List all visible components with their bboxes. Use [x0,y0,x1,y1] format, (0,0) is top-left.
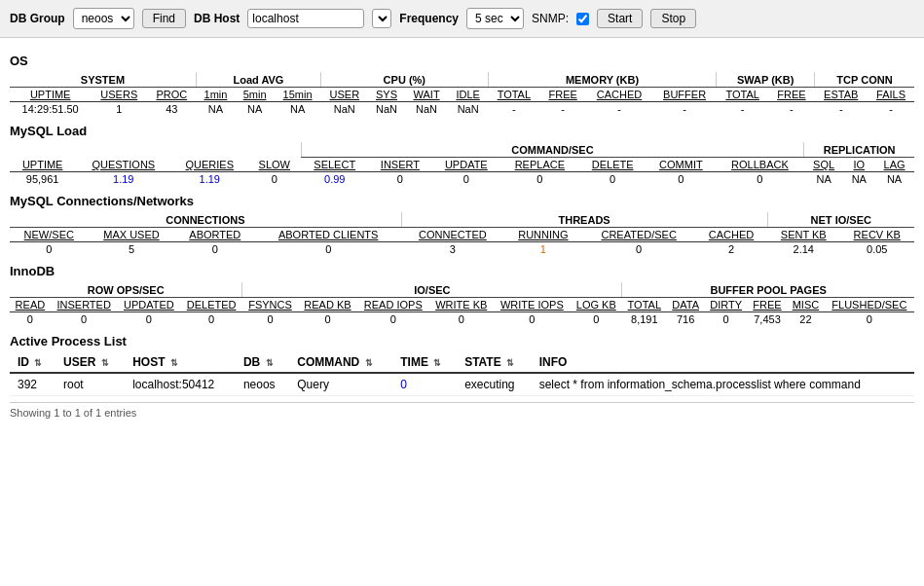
pl-val-db: neoos [236,373,289,396]
os-col-5min: 5min [236,88,275,102]
pl-col-db[interactable]: DB ⇅ [236,352,289,373]
os-group-row: SYSTEM Load AVG CPU (%) MEMORY (KB) SWAP… [10,72,914,88]
main-content: OS SYSTEM Load AVG CPU (%) MEMORY (KB) S… [0,38,924,426]
idb-val-data: 716 [667,312,705,327]
os-val-users: 1 [91,102,147,117]
db-host-select-arrow[interactable] [372,9,391,28]
idb-val-dirty: 0 [705,312,748,327]
showing-text: Showing 1 to 1 of 1 entries [10,402,914,419]
start-button[interactable]: Start [597,9,643,28]
os-val-fails: - [868,102,914,117]
idb-val-read: 0 [10,312,51,327]
ml-col-questions: QUESTIONS [75,158,171,172]
ml-col-sql: SQL [804,158,844,172]
os-col-mem-total: TOTAL [488,88,540,102]
stop-button[interactable]: Stop [650,9,696,28]
idb-val-inserted: 0 [51,312,118,327]
host-sort-arrows: ⇅ [170,358,178,368]
mc-val-aborted-clients: 0 [255,242,401,257]
os-val-uptime: 14:29:51.50 [10,102,91,117]
mysql-conn-threads-group: THREADS [401,212,767,228]
os-col-wait: WAIT [405,88,448,102]
db-host-label: DB Host [194,12,240,25]
os-cpu-group: CPU (%) [321,72,489,88]
os-tcp-group: TCP CONN [814,72,914,88]
idb-col-dirty: DIRTY [705,298,748,312]
os-col-15min: 15min [275,88,321,102]
pl-val-id: 392 [10,373,55,396]
db-host-input[interactable] [247,9,364,28]
mc-val-maxused: 5 [89,242,175,257]
os-val-swap-total: - [717,102,769,117]
os-col-fails: FAILS [868,88,914,102]
os-col-estab: ESTAB [814,88,868,102]
mc-col-newsec: NEW/SEC [10,228,89,242]
mysql-load-title: MySQL Load [10,124,914,138]
ml-val-questions: 1.19 [75,172,171,187]
snmp-checkbox[interactable] [576,13,589,25]
pl-col-id[interactable]: ID ⇅ [10,352,55,373]
ml-col-slow: SLOW [247,158,301,172]
mysql-load-table: COMMAND/SEC REPLICATION UPTIME QUESTIONS… [10,142,914,186]
innodb-data-row: 0 0 0 0 0 0 0 0 0 0 8,191 716 0 7,453 22… [10,312,914,327]
mysql-load-cmd-sec-group: COMMAND/SEC [301,142,803,158]
pl-col-user[interactable]: USER ⇅ [55,352,125,373]
mysql-load-data-row: 95,961 1.19 1.19 0 0.99 0 0 0 0 0 0 NA N… [10,172,914,187]
ml-val-queries: 1.19 [171,172,247,187]
ml-col-update: UPDATE [432,158,500,172]
ml-val-slow: 0 [247,172,301,187]
ml-val-select: 0.99 [301,172,368,187]
os-val-cached: - [586,102,653,117]
pl-col-info[interactable]: INFO [532,352,914,373]
os-col-1min: 1min [196,88,235,102]
os-val-1min: NA [196,102,235,117]
find-button[interactable]: Find [142,9,186,28]
os-swap-group: SWAP (KB) [717,72,815,88]
pl-col-state[interactable]: STATE ⇅ [457,352,532,373]
os-val-proc: 43 [147,102,196,117]
ml-col-commit: COMMIT [647,158,716,172]
id-sort-arrows: ⇅ [34,358,42,368]
pl-col-host[interactable]: HOST ⇅ [125,352,236,373]
toolbar: DB Group neoos Find DB Host Frequency 5 … [0,0,924,38]
ml-val-insert: 0 [368,172,431,187]
os-loadavg-group: Load AVG [196,72,320,88]
idb-col-read: READ [10,298,51,312]
os-col-swap-total: TOTAL [717,88,769,102]
os-val-5min: NA [236,102,275,117]
idb-val-read-iops: 0 [357,312,429,327]
pl-val-info: select * from information_schema.process… [532,373,914,396]
ml-col-rollback: ROLLBACK [716,158,804,172]
mysql-load-group-row: COMMAND/SEC REPLICATION [10,142,914,158]
idb-col-flushed-sec: FLUSHED/SEC [825,298,914,312]
command-sort-arrows: ⇅ [365,358,373,368]
pl-val-state: executing [457,373,532,396]
os-col-idle: IDLE [448,88,488,102]
ml-col-replace: REPLACE [500,158,579,172]
db-group-select[interactable]: neoos [73,8,134,29]
process-list-header-row: ID ⇅ USER ⇅ HOST ⇅ DB ⇅ COMMAND ⇅ TIME ⇅… [10,352,914,373]
mc-col-sent-kb: SENT KB [767,228,839,242]
mysql-load-empty [10,142,301,158]
os-col-sys: SYS [368,88,405,102]
mysql-conn-title: MySQL Connections/Networks [10,194,914,208]
pl-col-command[interactable]: COMMAND ⇅ [289,352,392,373]
os-col-free: FREE [540,88,586,102]
innodb-title: InnoDB [10,264,914,278]
innodb-group-row: ROW OPS/SEC IO/SEC BUFFER POOL PAGES [10,282,914,298]
frequency-select[interactable]: 5 sec [466,8,524,29]
mc-val-created-sec: 0 [582,242,695,257]
os-val-15min: NA [275,102,321,117]
mysql-conn-table: CONNECTIONS THREADS NET IO/SEC NEW/SEC M… [10,212,914,256]
os-system-group: SYSTEM [10,72,196,88]
idb-col-updated: UPDATED [118,298,181,312]
user-sort-arrows: ⇅ [101,358,109,368]
idb-col-read-kb: READ KB [298,298,357,312]
mysql-conn-netio-group: NET IO/SEC [767,212,914,228]
os-val-buffer: - [652,102,717,117]
ml-val-rollback: 0 [716,172,804,187]
os-val-estab: - [814,102,868,117]
pl-col-time[interactable]: TIME ⇅ [392,352,457,373]
idb-col-inserted: INSERTED [51,298,118,312]
innodb-table: ROW OPS/SEC IO/SEC BUFFER POOL PAGES REA… [10,282,914,326]
